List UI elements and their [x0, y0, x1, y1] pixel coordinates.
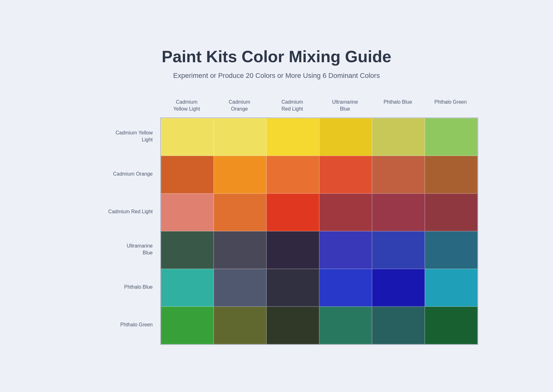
cell-r2c2 — [266, 193, 319, 231]
cell-r4c1 — [214, 269, 266, 307]
table-row — [161, 193, 478, 231]
row-label-phthalo-blue: Phthalo Blue — [94, 268, 160, 306]
cell-r5c2 — [266, 307, 319, 344]
page-subtitle: Experiment or Produce 20 Colors or More … — [94, 72, 459, 80]
table-row — [161, 307, 478, 344]
cell-r4c2 — [266, 269, 319, 307]
col-header-phthalo-blue: Phthalo Blue — [371, 99, 424, 118]
cell-r5c4 — [372, 307, 425, 344]
cell-r2c5 — [425, 193, 478, 231]
cell-r3c3 — [319, 231, 372, 269]
cell-r4c5 — [425, 269, 478, 307]
cell-r4c3 — [319, 269, 372, 307]
cell-r4c4 — [372, 269, 425, 307]
col-header-ultramarine-blue: UltramarineBlue — [319, 99, 371, 118]
col-header-phthalo-green: Phthalo Green — [424, 99, 477, 118]
cell-r3c4 — [372, 231, 425, 269]
cell-r0c1 — [214, 118, 266, 156]
cell-r4c0 — [161, 269, 214, 307]
row-label-cadmium-yellow-light: Cadmium YellowLight — [94, 117, 160, 155]
row-label-ultramarine-blue: UltramarineBlue — [94, 231, 160, 268]
page-container: Paint Kits Color Mixing Guide Experiment… — [69, 28, 484, 364]
cell-r1c4 — [372, 156, 425, 193]
cell-r1c0 — [161, 156, 214, 193]
cell-r1c3 — [319, 156, 372, 193]
cell-r2c0 — [161, 193, 214, 231]
row-label-cadmium-orange: Cadmium Orange — [94, 155, 160, 193]
table-row — [161, 231, 478, 269]
col-header-cadmium-yellow-light: CadmiumYellow Light — [160, 99, 213, 118]
color-grid — [160, 117, 478, 345]
col-header-cadmium-orange: CadmiumOrange — [213, 99, 266, 118]
cell-r1c5 — [425, 156, 478, 193]
cell-r1c2 — [266, 156, 319, 193]
cell-r3c1 — [214, 231, 266, 269]
cell-r0c2 — [266, 118, 319, 156]
cell-r3c2 — [266, 231, 319, 269]
page-title: Paint Kits Color Mixing Guide — [94, 47, 459, 66]
color-grid-wrapper: CadmiumYellow Light CadmiumOrange Cadmiu… — [94, 99, 459, 345]
cell-r3c0 — [161, 231, 214, 269]
cell-r2c4 — [372, 193, 425, 231]
row-label-cadmium-red-light: Cadmium Red Light — [94, 193, 160, 231]
cell-r2c1 — [214, 193, 266, 231]
cell-r5c3 — [319, 307, 372, 344]
col-header-cadmium-red-light: CadmiumRed Light — [266, 99, 319, 118]
cell-r3c5 — [425, 231, 478, 269]
cell-r0c0 — [161, 118, 214, 156]
table-row — [161, 156, 478, 193]
cell-r0c3 — [319, 118, 372, 156]
table-row — [161, 269, 478, 307]
cell-r5c5 — [425, 307, 478, 344]
row-label-phthalo-green: Phthalo Green — [94, 306, 160, 344]
cell-r0c4 — [372, 118, 425, 156]
cell-r2c3 — [319, 193, 372, 231]
cell-r5c0 — [161, 307, 214, 344]
cell-r5c1 — [214, 307, 266, 344]
cell-r0c5 — [425, 118, 478, 156]
table-row — [161, 118, 478, 156]
cell-r1c1 — [214, 156, 266, 193]
